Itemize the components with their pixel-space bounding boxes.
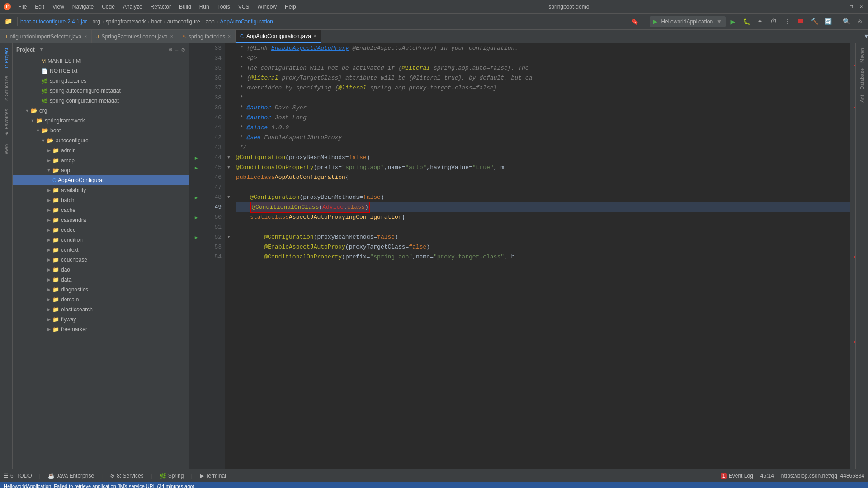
menu-window[interactable]: Window (254, 3, 280, 11)
panel-favorites[interactable]: ★ Favorites (1, 106, 11, 139)
breadcrumb-jar[interactable]: boot-autoconfigure-2.4.1.jar (20, 19, 87, 25)
run-gutter-50[interactable]: ▶ (195, 215, 198, 221)
panel-database[interactable]: Database (858, 66, 867, 92)
bookmark-button[interactable]: 🔖 (628, 15, 641, 28)
search-everywhere-button[interactable]: 🔍 (840, 15, 853, 28)
status-todo[interactable]: ☰ 6: TODO (4, 473, 32, 479)
sync-button[interactable]: 🔄 (821, 15, 834, 28)
tree-item-springframework[interactable]: ▼ 📂 springframework (13, 116, 189, 126)
tree-item-boot[interactable]: ▼ 📂 boot (13, 126, 189, 136)
menu-tools[interactable]: Tools (214, 3, 234, 11)
fold-44[interactable]: ▼ (225, 153, 232, 163)
sidebar-dropdown-icon[interactable]: ▼ (40, 47, 43, 52)
breadcrumb-boot[interactable]: boot (151, 19, 161, 25)
menu-view[interactable]: View (49, 3, 68, 11)
tree-item-autoconfigure[interactable]: ▼ 📂 autoconfigure (13, 136, 189, 145)
tree-item-context[interactable]: ▶ 📁 context (13, 245, 189, 255)
fold-52[interactable]: ▼ (225, 232, 232, 242)
run-gutter-48[interactable]: ▶ (195, 195, 198, 201)
tab-configurationimport[interactable]: J nfigurationImportSelector.java × (0, 30, 92, 43)
sidebar-action-settings[interactable]: ⚙ (181, 46, 185, 53)
editor-scroll-track[interactable] (850, 43, 855, 469)
minimize-button[interactable]: — (838, 4, 844, 10)
tree-item-domain[interactable]: ▶ 📁 domain (13, 295, 189, 305)
tab-springfactoriesloader[interactable]: J SpringFactoriesLoader.java × (92, 30, 178, 43)
debug-button[interactable]: 🐛 (740, 15, 753, 28)
tree-item-batch[interactable]: ▶ 📁 batch (13, 195, 189, 205)
toolbar-project-button[interactable]: 📁 (2, 15, 14, 28)
tree-item-flyway[interactable]: ▶ 📁 flyway (13, 314, 189, 324)
sidebar-action-locate[interactable]: ⊕ (169, 46, 173, 53)
more-actions-button[interactable]: ⋮ (781, 15, 793, 28)
tree-item-codec[interactable]: ▶ 📁 codec (13, 225, 189, 235)
tree-item-notice[interactable]: 📄 NOTICE.txt (13, 66, 189, 76)
breadcrumb-class[interactable]: AopAutoConfiguration (220, 19, 273, 25)
tree-item-couchbase[interactable]: ▶ 📁 couchbase (13, 255, 189, 265)
sidebar-action-collapse[interactable]: ≡ (175, 46, 179, 53)
tree-item-amqp[interactable]: ▶ 📁 amqp (13, 155, 189, 165)
coverage-button[interactable]: ☂ (754, 15, 766, 28)
tab-close-2[interactable]: × (170, 34, 173, 39)
code-container[interactable]: ▶ ▶ ▶ ▶ ▶ 33 34 35 36 37 38 39 (189, 43, 855, 469)
breadcrumb-org[interactable]: org (92, 19, 100, 25)
tree-item-org[interactable]: ▼ 📂 org (13, 106, 189, 116)
tab-aopautoconfiguration[interactable]: C AopAutoConfiguration.java × (236, 30, 321, 43)
status-url[interactable]: https://blog.csdn.net/qq_44865834 (781, 473, 864, 479)
tab-close-1[interactable]: × (84, 34, 87, 39)
tree-item-cassandra[interactable]: ▶ 📁 cassandra (13, 215, 189, 225)
settings-button[interactable]: ⚙ (854, 15, 866, 28)
maximize-button[interactable]: ❐ (848, 4, 854, 10)
fold-48[interactable]: ▼ (225, 192, 232, 202)
status-spring[interactable]: 🌿 Spring (160, 473, 184, 479)
tree-item-config-meta[interactable]: 🌿 spring-configuration-metadat (13, 96, 189, 106)
run-button[interactable]: ▶ (726, 15, 739, 28)
panel-ant[interactable]: Ant (858, 92, 867, 105)
menu-navigate[interactable]: Navigate (69, 3, 97, 11)
run-gutter-45[interactable]: ▶ (195, 165, 198, 171)
menu-help[interactable]: Help (281, 3, 300, 11)
menu-build[interactable]: Build (175, 3, 195, 11)
tab-close-3[interactable]: × (228, 34, 231, 39)
menu-code[interactable]: Code (98, 3, 118, 11)
menu-vcs[interactable]: VCS (235, 3, 253, 11)
tree-item-availability[interactable]: ▶ 📁 availability (13, 185, 189, 195)
menu-run[interactable]: Run (196, 3, 213, 11)
fold-45[interactable]: ▼ (225, 163, 232, 173)
code-content[interactable]: * {@link EnableAspectJAutoProxy @EnableA… (232, 43, 850, 469)
panel-project[interactable]: 1: Project (2, 45, 11, 71)
panel-structure[interactable]: 2: Structure (2, 73, 11, 104)
status-event-log[interactable]: 1 Event Log (721, 473, 753, 479)
tab-springfactories[interactable]: S spring.factories × (178, 30, 236, 43)
tree-item-condition[interactable]: ▶ 📁 condition (13, 235, 189, 245)
tree-item-aopautoconfigurat[interactable]: C AopAutoConfigurat (13, 175, 189, 185)
profile-button[interactable]: ⏱ (767, 15, 780, 28)
status-terminal[interactable]: ▶ Terminal (200, 473, 226, 479)
status-java-enterprise[interactable]: ☕ Java Enterprise (48, 473, 94, 479)
run-gutter-52[interactable]: ▶ (195, 235, 198, 240)
menu-refactor[interactable]: Refactor (147, 3, 175, 11)
tree-item-aop[interactable]: ▼ 📂 aop (13, 165, 189, 175)
breadcrumb-springframework[interactable]: springframework (106, 19, 146, 25)
stop-button[interactable]: ⏹ (794, 15, 807, 28)
status-services[interactable]: ⚙ 8: Services (110, 473, 143, 479)
tree-item-freemarker[interactable]: ▶ 📁 freemarker (13, 324, 189, 334)
tree-item-dao[interactable]: ▶ 📁 dao (13, 265, 189, 275)
tree-item-elasticsearch[interactable]: ▶ 📁 elasticsearch (13, 305, 189, 314)
menu-file[interactable]: File (14, 3, 30, 11)
tree-item-springfactories[interactable]: 🌿 spring.factories (13, 76, 189, 86)
menu-edit[interactable]: Edit (31, 3, 48, 11)
tree-item-autoconfigure-meta[interactable]: 🌿 spring-autoconfigure-metadat (13, 86, 189, 96)
tab-overflow[interactable]: ▼ (864, 33, 868, 40)
tree-item-manifest[interactable]: M MANIFEST.MF (13, 56, 189, 66)
run-config-dropdown[interactable]: ▶ HelloworldApplication ▼ (650, 16, 726, 27)
build-button[interactable]: 🔨 (808, 15, 821, 28)
menu-analyze[interactable]: Analyze (119, 3, 146, 11)
panel-web[interactable]: Web (2, 141, 11, 157)
tree-item-data[interactable]: ▶ 📁 data (13, 275, 189, 285)
breadcrumb-aop[interactable]: aop (206, 19, 215, 25)
tab-close-4[interactable]: × (314, 33, 316, 38)
run-gutter-44[interactable]: ▶ (195, 155, 198, 161)
panel-maven[interactable]: Maven (858, 45, 867, 66)
tree-item-admin[interactable]: ▶ 📁 admin (13, 145, 189, 155)
tree-item-diagnostics[interactable]: ▶ 📁 diagnostics (13, 285, 189, 295)
